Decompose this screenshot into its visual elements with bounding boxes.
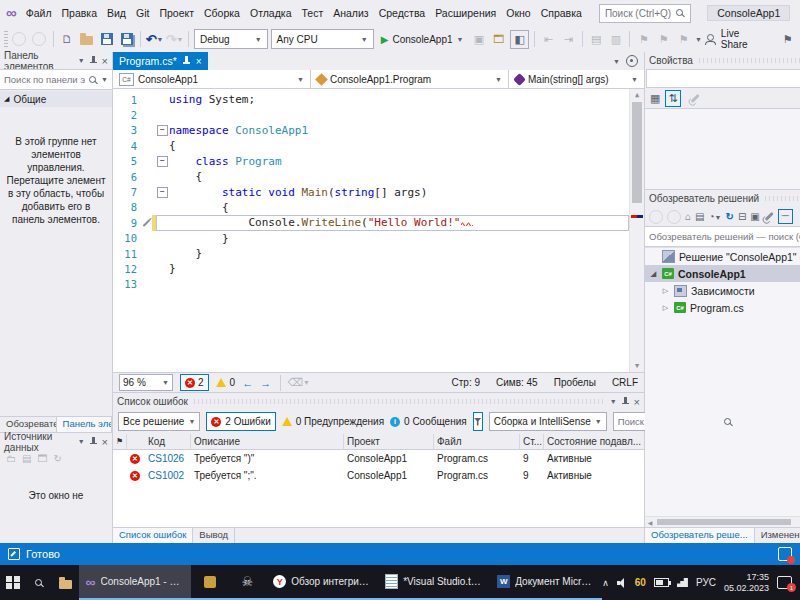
next-bookmark-icon[interactable]: ⚑ <box>655 31 672 48</box>
home-icon[interactable]: ⌂ <box>685 211 691 222</box>
indent-decrease-icon[interactable]: ⇤ <box>540 31 557 48</box>
start-button[interactable] <box>0 565 26 600</box>
taskbar-app-visual-studio[interactable]: ∞ConsoleApp1 - Mic... <box>79 565 191 600</box>
toolbar-grip[interactable] <box>4 31 8 47</box>
indent-increase-icon[interactable]: ⇥ <box>560 31 577 48</box>
column-description[interactable]: Описание <box>191 434 344 449</box>
code-line[interactable]: 7− static void Main(string[] args) <box>113 184 629 199</box>
toolbox-section-header[interactable]: ◢ Общие <box>0 91 112 107</box>
menu-item[interactable]: Отладка <box>245 0 297 26</box>
code-editor[interactable]: 1using System;23−namespace ConsoleApp14{… <box>113 89 644 372</box>
preview-changes-icon[interactable]: ◧ <box>510 30 529 49</box>
pin-icon[interactable] <box>89 437 98 447</box>
column-project[interactable]: Проект <box>344 434 434 449</box>
code-line[interactable]: 1using System; <box>113 92 629 107</box>
column-file[interactable]: Файл <box>434 434 520 449</box>
tree-item[interactable]: ▷Зависимости <box>645 282 800 299</box>
error-code[interactable]: CS1026 <box>145 453 191 464</box>
scroll-down-icon[interactable]: ▼ <box>630 360 644 372</box>
navigate-forward-icon[interactable] <box>31 31 48 48</box>
menu-item[interactable]: Средства <box>374 0 431 26</box>
navigate-back-icon[interactable] <box>11 31 28 48</box>
save-icon[interactable] <box>98 31 115 48</box>
tab-list-icon[interactable]: ▼ <box>613 58 620 65</box>
filter-button[interactable] <box>473 412 483 431</box>
pin-icon[interactable] <box>621 397 630 407</box>
edit-data-source-icon[interactable]: ▤ <box>22 453 31 464</box>
network-icon[interactable] <box>677 578 688 587</box>
fold-collapse-icon[interactable]: − <box>157 187 168 198</box>
uncomment-icon[interactable]: ▥ <box>608 31 625 48</box>
tray-expand-icon[interactable]: ∧ <box>602 578 609 588</box>
code-line[interactable]: 8 { <box>113 200 629 215</box>
tab-program-cs[interactable]: Program.cs* × <box>113 52 208 70</box>
scroll-left-icon[interactable]: ◀ <box>645 519 655 526</box>
pin-icon[interactable] <box>89 56 98 66</box>
bookmark-icon[interactable]: ⚑ <box>635 31 652 48</box>
window-menu-icon[interactable]: ▼ <box>78 438 85 445</box>
error-code[interactable]: CS1002 <box>145 470 191 481</box>
file-explorer-button[interactable] <box>52 565 78 600</box>
project-badge[interactable]: ConsoleApp1 <box>707 5 790 21</box>
hot-reload-icon[interactable]: ▣ <box>470 31 487 48</box>
alphabetical-sort-icon[interactable]: ⇅ <box>665 90 680 107</box>
error-row[interactable]: ✕CS1026Требуется ")"ConsoleApp1Program.c… <box>113 450 644 467</box>
spaces-indicator[interactable]: Пробелы <box>554 377 596 388</box>
column-state[interactable]: Состояние подавл... <box>544 434 644 449</box>
code-line[interactable]: 3−namespace ConsoleApp1 <box>113 123 629 138</box>
close-icon[interactable]: × <box>634 397 640 407</box>
source-filter-dropdown[interactable]: Сборка и IntelliSense▼ <box>489 412 607 431</box>
horizontal-scrollbar[interactable]: ◀ ▶ <box>645 516 800 527</box>
configure-icon[interactable]: 🗔 <box>37 453 47 464</box>
menu-item[interactable]: Окно <box>501 0 535 26</box>
pin-icon[interactable] <box>182 56 191 66</box>
fold-collapse-icon[interactable]: − <box>157 156 168 167</box>
errors-filter-button[interactable]: ✕ 2 Ошибки <box>206 412 275 431</box>
member-dropdown[interactable]: Main(string[] args) ▼ <box>509 70 644 88</box>
taskbar-app-notepad[interactable]: *Visual Studio.txt – ... <box>378 565 490 600</box>
column-severity[interactable]: ⚑ <box>113 434 127 449</box>
refresh-icon[interactable]: ↻ <box>53 453 61 464</box>
fold-collapse-icon[interactable]: − <box>157 125 168 136</box>
tab-error-list[interactable]: Список ошибок <box>113 528 193 543</box>
menu-item[interactable]: Вид <box>102 0 131 26</box>
scrollbar-thumb[interactable] <box>657 519 791 525</box>
close-icon[interactable]: × <box>102 56 108 66</box>
properties-wrench-icon[interactable] <box>764 212 773 221</box>
project-dropdown[interactable]: C# ConsoleApp1 ▼ <box>113 70 311 88</box>
comment-icon[interactable]: ▤ <box>588 31 605 48</box>
collapse-all-icon[interactable]: ⊟ <box>738 211 746 222</box>
menu-item[interactable]: Правка <box>57 0 102 26</box>
back-icon[interactable] <box>649 210 663 224</box>
taskbar-app-game[interactable] <box>191 565 229 600</box>
redo-icon[interactable]: ↷▼ <box>166 31 183 48</box>
platform-dropdown[interactable]: Any CPU▼ <box>271 29 374 49</box>
menu-item[interactable]: Тест <box>296 0 328 26</box>
action-center-icon[interactable]: 1 <box>777 576 792 589</box>
messages-filter-button[interactable]: i 0 Сообщения <box>390 416 467 427</box>
taskbar-app-word[interactable]: WДокумент Microso... <box>490 565 602 600</box>
scrollbar-thumb[interactable] <box>632 102 642 203</box>
tab-output[interactable]: Вывод <box>193 528 235 543</box>
cursor-column-indicator[interactable]: Симв: 45 <box>496 377 538 388</box>
solution-explorer-search-box[interactable]: Обозреватель решений — поиск (Ctrl+» ▼ <box>645 226 800 247</box>
tree-item[interactable]: ▷C#Program.cs <box>645 299 800 316</box>
column-line[interactable]: Ст... <box>520 434 544 449</box>
save-all-icon[interactable] <box>118 31 135 48</box>
open-file-icon[interactable] <box>79 31 96 48</box>
window-menu-icon[interactable]: ▼ <box>610 398 617 405</box>
code-line[interactable]: 2 <box>113 107 629 122</box>
editor-warnings-indicator[interactable]: 0 <box>216 377 236 388</box>
add-data-source-icon[interactable]: 🗀 <box>6 453 16 464</box>
menu-item[interactable]: Git <box>131 0 154 26</box>
warnings-filter-button[interactable]: 0 Предупреждения <box>282 416 384 427</box>
prev-bookmark-icon[interactable]: ⚑ <box>675 31 692 48</box>
next-issue-icon[interactable]: → <box>260 377 271 389</box>
code-line[interactable]: 6 { <box>113 169 629 184</box>
scope-dropdown[interactable]: Все решение▼ <box>118 412 200 431</box>
tree-item[interactable]: ◢C#ConsoleApp1 <box>645 265 800 282</box>
switch-views-icon[interactable]: ▤ <box>695 211 704 222</box>
tab-git-changes[interactable]: Изменения Git — п... <box>755 528 800 543</box>
code-line[interactable]: 13 <box>113 277 629 292</box>
expander-expanded-icon[interactable]: ◢ <box>649 270 658 278</box>
